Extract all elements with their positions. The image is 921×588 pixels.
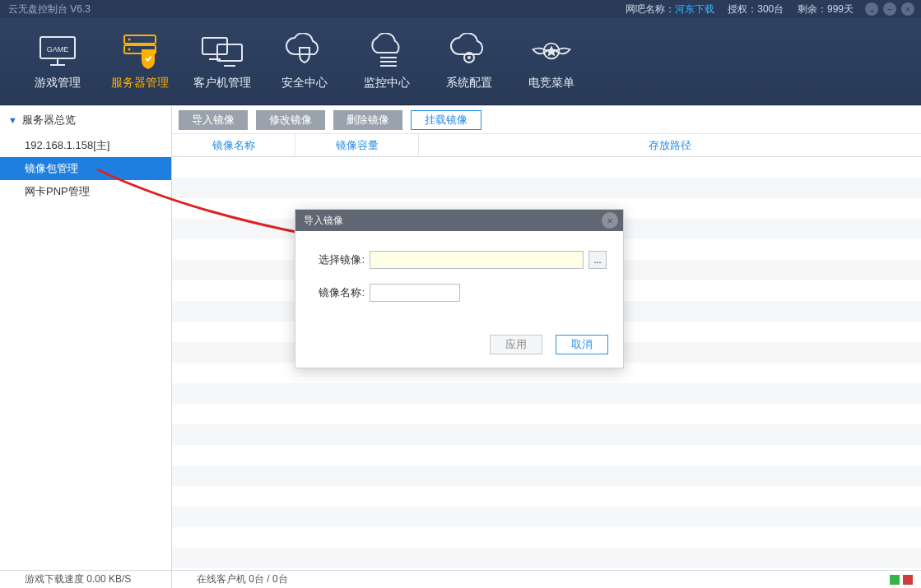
toolbar: 导入镜像 修改镜像 删除镜像 挂载镜像 [172, 106, 921, 134]
nav-esports[interactable]: 电竞菜单 [510, 18, 593, 105]
status-dot-green [890, 575, 900, 585]
settings-icon[interactable]: ⌄ [865, 2, 878, 16]
info-auth: 授权：300台 [728, 3, 784, 15]
svg-rect-8 [202, 38, 227, 54]
cancel-button[interactable]: 取消 [556, 335, 608, 354]
col-image-name[interactable]: 镜像名称 [172, 134, 295, 156]
clients-icon [199, 33, 245, 69]
info-remain: 剩余：999天 [798, 3, 854, 15]
titlebar: 云无盘控制台 V6.3 网吧名称：河东下载 授权：300台 剩余：999天 ⌄ … [0, 0, 921, 18]
info-name-link[interactable]: 河东下载 [675, 3, 714, 15]
cloud-gear-icon [446, 33, 492, 69]
nav-label: 客户机管理 [193, 76, 251, 90]
sidebar-item-server-ip[interactable]: 192.168.1.158[主] [0, 134, 171, 157]
dialog-close-icon[interactable]: × [602, 212, 618, 229]
status-speed: 游戏下载速度 0.00 KB/S [0, 571, 172, 588]
image-path-input[interactable] [370, 251, 584, 269]
import-image-button[interactable]: 导入镜像 [179, 110, 248, 130]
sidebar-item-image-mgmt[interactable]: 镜像包管理 [0, 157, 171, 180]
svg-text:GAME: GAME [47, 45, 69, 53]
modify-image-button[interactable]: 修改镜像 [256, 110, 325, 130]
apply-button[interactable]: 应用 [490, 335, 542, 354]
status-indicators [890, 575, 921, 585]
server-shield-icon [117, 33, 163, 69]
sidebar: 服务器总览 192.168.1.158[主] 镜像包管理 网卡PNP管理 [0, 106, 172, 570]
nav-label: 安全中心 [281, 76, 328, 90]
nav-label: 监控中心 [364, 76, 410, 90]
app-title: 云无盘控制台 V6.3 [8, 2, 91, 16]
select-image-label: 选择镜像: [312, 252, 365, 267]
cloud-shield-icon [281, 33, 328, 69]
import-image-dialog: 导入镜像 × 选择镜像: ... 镜像名称: 应用 取消 [295, 209, 624, 368]
nav-security[interactable]: 安全中心 [263, 18, 346, 105]
nav-game[interactable]: GAME 游戏管理 [16, 18, 99, 105]
nav-monitor[interactable]: 监控中心 [346, 18, 428, 105]
delete-image-button[interactable]: 删除镜像 [333, 110, 402, 130]
mount-image-button[interactable]: 挂载镜像 [411, 110, 481, 130]
main-nav: GAME 游戏管理 服务器管理 客户机管理 安全中心 监控中心 系统配置 [0, 18, 921, 105]
wings-star-icon [528, 33, 574, 69]
status-clients: 在线客户机 0台 / 0台 [172, 572, 890, 586]
svg-rect-10 [217, 44, 242, 61]
svg-point-6 [128, 38, 131, 40]
titlebar-info: 网吧名称：河东下载 授权：300台 剩余：999天 [626, 2, 854, 16]
close-icon[interactable]: × [901, 2, 914, 16]
image-name-input[interactable] [370, 284, 460, 302]
minimize-icon[interactable]: − [883, 2, 896, 16]
nav-client[interactable]: 客户机管理 [181, 18, 263, 105]
nav-server[interactable]: 服务器管理 [99, 18, 181, 105]
svg-point-7 [128, 48, 131, 50]
browse-button[interactable]: ... [588, 251, 607, 269]
nav-label: 电竞菜单 [528, 76, 574, 90]
col-image-size[interactable]: 镜像容量 [295, 134, 419, 156]
col-image-path[interactable]: 存放路径 [419, 134, 921, 156]
image-name-label: 镜像名称: [312, 285, 365, 300]
status-bar: 游戏下载速度 0.00 KB/S 在线客户机 0台 / 0台 [0, 570, 921, 588]
nav-label: 游戏管理 [35, 76, 81, 90]
dialog-title-text: 导入镜像 [304, 214, 343, 228]
status-dot-red [903, 575, 913, 585]
nav-label: 服务器管理 [111, 76, 169, 90]
sidebar-item-nic-pnp[interactable]: 网卡PNP管理 [0, 180, 171, 203]
svg-point-16 [467, 56, 471, 59]
dialog-title: 导入镜像 × [295, 210, 623, 231]
nav-config[interactable]: 系统配置 [428, 18, 510, 105]
table-header: 镜像名称 镜像容量 存放路径 [172, 134, 921, 157]
monitor-game-icon: GAME [35, 33, 81, 69]
nav-label: 系统配置 [446, 76, 492, 90]
info-name-label: 网吧名称： [626, 3, 675, 15]
cloud-list-icon [364, 33, 410, 69]
sidebar-header[interactable]: 服务器总览 [0, 106, 171, 134]
